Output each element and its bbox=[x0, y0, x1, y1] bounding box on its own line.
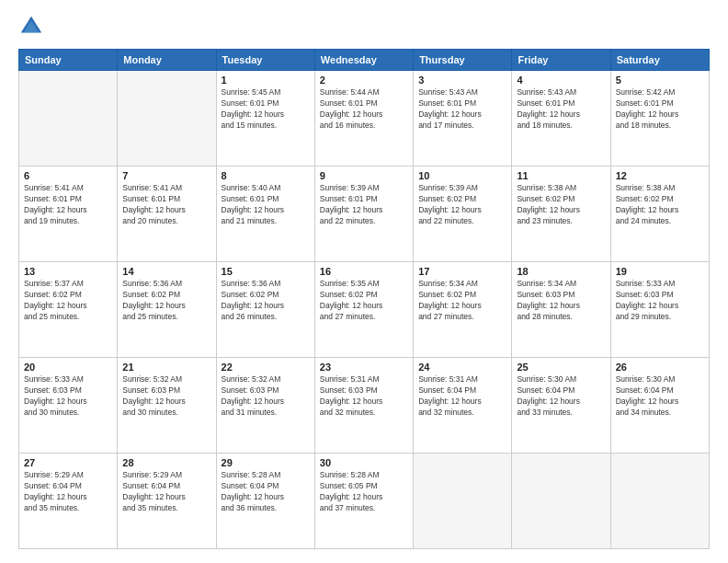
day-number: 17 bbox=[418, 266, 506, 277]
day-info: Sunrise: 5:43 AM Sunset: 6:01 PM Dayligh… bbox=[418, 87, 506, 132]
day-number: 6 bbox=[24, 170, 112, 181]
day-info: Sunrise: 5:34 AM Sunset: 6:03 PM Dayligh… bbox=[517, 279, 605, 323]
calendar-cell: 26Sunrise: 5:30 AM Sunset: 6:04 PM Dayli… bbox=[610, 358, 709, 454]
day-number: 28 bbox=[122, 457, 210, 468]
calendar-cell: 29Sunrise: 5:28 AM Sunset: 6:04 PM Dayli… bbox=[216, 454, 314, 549]
calendar-cell: 19Sunrise: 5:33 AM Sunset: 6:03 PM Dayli… bbox=[610, 262, 709, 358]
day-info: Sunrise: 5:38 AM Sunset: 6:02 PM Dayligh… bbox=[517, 183, 605, 227]
day-number: 9 bbox=[320, 170, 408, 181]
header bbox=[18, 14, 710, 40]
calendar-cell: 4Sunrise: 5:43 AM Sunset: 6:01 PM Daylig… bbox=[512, 71, 610, 167]
day-number: 26 bbox=[616, 362, 704, 373]
day-info: Sunrise: 5:33 AM Sunset: 6:03 PM Dayligh… bbox=[616, 279, 704, 323]
weekday-header-wednesday: Wednesday bbox=[314, 50, 413, 71]
page: SundayMondayTuesdayWednesdayThursdayFrid… bbox=[0, 0, 728, 563]
day-number: 22 bbox=[222, 362, 310, 373]
day-info: Sunrise: 5:36 AM Sunset: 6:02 PM Dayligh… bbox=[222, 279, 310, 323]
day-number: 12 bbox=[616, 170, 704, 181]
weekday-header-row: SundayMondayTuesdayWednesdayThursdayFrid… bbox=[19, 50, 710, 71]
day-number: 1 bbox=[222, 75, 310, 86]
day-info: Sunrise: 5:34 AM Sunset: 6:02 PM Dayligh… bbox=[418, 279, 506, 323]
day-number: 21 bbox=[122, 362, 210, 373]
calendar-cell bbox=[610, 454, 709, 549]
day-number: 23 bbox=[320, 362, 408, 373]
day-info: Sunrise: 5:30 AM Sunset: 6:04 PM Dayligh… bbox=[517, 374, 605, 419]
weekday-header-thursday: Thursday bbox=[414, 50, 512, 71]
calendar-cell: 8Sunrise: 5:40 AM Sunset: 6:01 PM Daylig… bbox=[216, 167, 314, 262]
calendar-cell: 17Sunrise: 5:34 AM Sunset: 6:02 PM Dayli… bbox=[414, 262, 512, 358]
day-number: 10 bbox=[418, 170, 506, 181]
day-info: Sunrise: 5:40 AM Sunset: 6:01 PM Dayligh… bbox=[222, 183, 310, 227]
day-info: Sunrise: 5:28 AM Sunset: 6:05 PM Dayligh… bbox=[320, 470, 408, 514]
day-number: 16 bbox=[320, 266, 408, 277]
day-info: Sunrise: 5:44 AM Sunset: 6:01 PM Dayligh… bbox=[320, 87, 408, 132]
calendar-cell bbox=[19, 71, 118, 167]
day-info: Sunrise: 5:39 AM Sunset: 6:02 PM Dayligh… bbox=[418, 183, 506, 227]
day-number: 11 bbox=[517, 170, 605, 181]
day-info: Sunrise: 5:31 AM Sunset: 6:04 PM Dayligh… bbox=[418, 374, 506, 419]
day-info: Sunrise: 5:31 AM Sunset: 6:03 PM Dayligh… bbox=[320, 374, 408, 419]
calendar-cell: 22Sunrise: 5:32 AM Sunset: 6:03 PM Dayli… bbox=[216, 358, 314, 454]
day-number: 2 bbox=[320, 75, 408, 86]
day-info: Sunrise: 5:29 AM Sunset: 6:04 PM Dayligh… bbox=[122, 470, 210, 514]
calendar-cell: 3Sunrise: 5:43 AM Sunset: 6:01 PM Daylig… bbox=[414, 71, 512, 167]
calendar-cell: 13Sunrise: 5:37 AM Sunset: 6:02 PM Dayli… bbox=[19, 262, 118, 358]
day-number: 5 bbox=[616, 75, 704, 86]
calendar-table: SundayMondayTuesdayWednesdayThursdayFrid… bbox=[18, 49, 710, 549]
day-number: 4 bbox=[517, 75, 605, 86]
week-row-2: 6Sunrise: 5:41 AM Sunset: 6:01 PM Daylig… bbox=[19, 167, 710, 262]
day-number: 13 bbox=[24, 266, 112, 277]
day-info: Sunrise: 5:43 AM Sunset: 6:01 PM Dayligh… bbox=[517, 87, 605, 132]
week-row-4: 20Sunrise: 5:33 AM Sunset: 6:03 PM Dayli… bbox=[19, 358, 710, 454]
calendar-cell: 18Sunrise: 5:34 AM Sunset: 6:03 PM Dayli… bbox=[512, 262, 610, 358]
calendar-cell: 9Sunrise: 5:39 AM Sunset: 6:01 PM Daylig… bbox=[314, 167, 413, 262]
calendar-cell: 24Sunrise: 5:31 AM Sunset: 6:04 PM Dayli… bbox=[414, 358, 512, 454]
logo-icon bbox=[18, 14, 44, 40]
day-number: 18 bbox=[517, 266, 605, 277]
day-info: Sunrise: 5:38 AM Sunset: 6:02 PM Dayligh… bbox=[616, 183, 704, 227]
calendar-cell: 25Sunrise: 5:30 AM Sunset: 6:04 PM Dayli… bbox=[512, 358, 610, 454]
weekday-header-monday: Monday bbox=[118, 50, 216, 71]
calendar-cell: 23Sunrise: 5:31 AM Sunset: 6:03 PM Dayli… bbox=[314, 358, 413, 454]
logo bbox=[18, 14, 48, 40]
day-info: Sunrise: 5:42 AM Sunset: 6:01 PM Dayligh… bbox=[616, 87, 704, 132]
calendar-cell: 15Sunrise: 5:36 AM Sunset: 6:02 PM Dayli… bbox=[216, 262, 314, 358]
day-info: Sunrise: 5:32 AM Sunset: 6:03 PM Dayligh… bbox=[122, 374, 210, 419]
day-number: 27 bbox=[24, 457, 112, 468]
calendar-cell: 1Sunrise: 5:45 AM Sunset: 6:01 PM Daylig… bbox=[216, 71, 314, 167]
calendar-cell bbox=[414, 454, 512, 549]
day-number: 3 bbox=[418, 75, 506, 86]
day-info: Sunrise: 5:41 AM Sunset: 6:01 PM Dayligh… bbox=[24, 183, 112, 227]
calendar-cell bbox=[512, 454, 610, 549]
day-number: 19 bbox=[616, 266, 704, 277]
calendar-cell: 20Sunrise: 5:33 AM Sunset: 6:03 PM Dayli… bbox=[19, 358, 118, 454]
day-info: Sunrise: 5:32 AM Sunset: 6:03 PM Dayligh… bbox=[222, 374, 310, 419]
day-info: Sunrise: 5:37 AM Sunset: 6:02 PM Dayligh… bbox=[24, 279, 112, 323]
calendar-cell: 28Sunrise: 5:29 AM Sunset: 6:04 PM Dayli… bbox=[118, 454, 216, 549]
day-number: 15 bbox=[222, 266, 310, 277]
week-row-3: 13Sunrise: 5:37 AM Sunset: 6:02 PM Dayli… bbox=[19, 262, 710, 358]
week-row-5: 27Sunrise: 5:29 AM Sunset: 6:04 PM Dayli… bbox=[19, 454, 710, 549]
week-row-1: 1Sunrise: 5:45 AM Sunset: 6:01 PM Daylig… bbox=[19, 71, 710, 167]
weekday-header-sunday: Sunday bbox=[19, 50, 118, 71]
calendar-cell: 21Sunrise: 5:32 AM Sunset: 6:03 PM Dayli… bbox=[118, 358, 216, 454]
weekday-header-saturday: Saturday bbox=[610, 50, 709, 71]
calendar-cell: 7Sunrise: 5:41 AM Sunset: 6:01 PM Daylig… bbox=[118, 167, 216, 262]
calendar-cell: 5Sunrise: 5:42 AM Sunset: 6:01 PM Daylig… bbox=[610, 71, 709, 167]
day-number: 24 bbox=[418, 362, 506, 373]
day-number: 8 bbox=[222, 170, 310, 181]
day-number: 14 bbox=[122, 266, 210, 277]
day-info: Sunrise: 5:39 AM Sunset: 6:01 PM Dayligh… bbox=[320, 183, 408, 227]
calendar-cell: 11Sunrise: 5:38 AM Sunset: 6:02 PM Dayli… bbox=[512, 167, 610, 262]
day-info: Sunrise: 5:36 AM Sunset: 6:02 PM Dayligh… bbox=[122, 279, 210, 323]
day-info: Sunrise: 5:35 AM Sunset: 6:02 PM Dayligh… bbox=[320, 279, 408, 323]
day-info: Sunrise: 5:45 AM Sunset: 6:01 PM Dayligh… bbox=[222, 87, 310, 132]
day-info: Sunrise: 5:33 AM Sunset: 6:03 PM Dayligh… bbox=[24, 374, 112, 419]
calendar-cell: 16Sunrise: 5:35 AM Sunset: 6:02 PM Dayli… bbox=[314, 262, 413, 358]
weekday-header-friday: Friday bbox=[512, 50, 610, 71]
calendar-cell: 2Sunrise: 5:44 AM Sunset: 6:01 PM Daylig… bbox=[314, 71, 413, 167]
calendar-cell: 10Sunrise: 5:39 AM Sunset: 6:02 PM Dayli… bbox=[414, 167, 512, 262]
day-number: 20 bbox=[24, 362, 112, 373]
calendar-cell: 12Sunrise: 5:38 AM Sunset: 6:02 PM Dayli… bbox=[610, 167, 709, 262]
day-info: Sunrise: 5:28 AM Sunset: 6:04 PM Dayligh… bbox=[222, 470, 310, 514]
